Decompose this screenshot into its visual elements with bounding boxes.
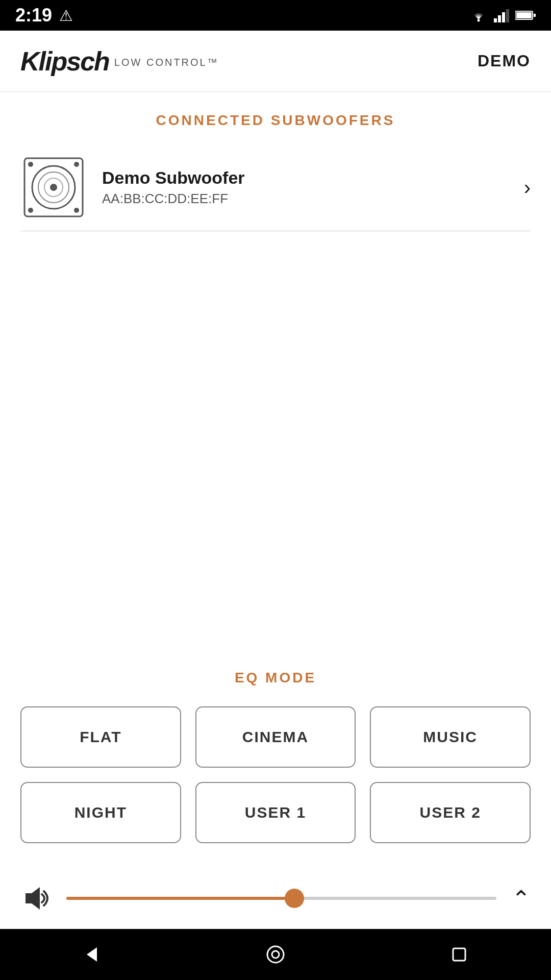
chevron-right-icon: › <box>524 176 531 199</box>
svg-rect-6 <box>534 14 536 17</box>
home-button[interactable] <box>255 934 296 975</box>
status-bar: 2:19 ⚠ <box>0 0 551 31</box>
eq-button-flat[interactable]: FLAT <box>20 706 181 768</box>
signal-icon <box>494 8 509 22</box>
svg-point-12 <box>50 184 57 191</box>
svg-point-19 <box>267 946 284 963</box>
svg-rect-7 <box>516 12 532 18</box>
status-icons <box>469 8 536 22</box>
subwoofer-item[interactable]: Demo Subwoofer AA:BB:CC:DD:EE:FF › <box>20 144 531 231</box>
klipsch-logo: Klipsch <box>20 46 109 77</box>
volume-section: ⌃ <box>0 873 551 929</box>
subwoofer-icon <box>20 154 87 220</box>
eq-button-cinema[interactable]: CINEMA <box>195 706 356 768</box>
svg-marker-17 <box>26 887 40 910</box>
svg-point-20 <box>272 951 279 958</box>
svg-point-13 <box>28 162 33 167</box>
eq-row-2: NIGHT USER 1 USER 2 <box>20 782 531 843</box>
status-time: 2:19 <box>15 5 52 26</box>
home-icon <box>265 944 286 965</box>
bottom-nav <box>0 929 551 980</box>
svg-rect-3 <box>502 12 505 22</box>
subwoofer-info: Demo Subwoofer AA:BB:CC:DD:EE:FF <box>102 168 519 207</box>
recents-button[interactable] <box>439 934 480 975</box>
header: Klipsch LOW CONTROL™ DEMO <box>0 31 551 92</box>
svg-rect-4 <box>506 9 509 22</box>
back-icon <box>82 944 102 965</box>
back-button[interactable] <box>71 934 112 975</box>
battery-icon <box>515 10 536 21</box>
subwoofer-mac: AA:BB:CC:DD:EE:FF <box>102 191 519 207</box>
subwoofer-name: Demo Subwoofer <box>102 168 519 188</box>
wifi-icon <box>469 8 488 22</box>
svg-point-0 <box>478 19 480 22</box>
eq-button-music[interactable]: MUSIC <box>370 706 531 768</box>
chevron-up-icon[interactable]: ⌃ <box>512 886 531 912</box>
subwoofers-title: CONNECTED SUBWOOFERS <box>20 112 531 129</box>
spacer <box>0 231 551 649</box>
eq-button-night[interactable]: NIGHT <box>20 782 181 843</box>
eq-button-user2[interactable]: USER 2 <box>370 782 531 843</box>
eq-row-1: FLAT CINEMA MUSIC <box>20 706 531 768</box>
logo-area: Klipsch LOW CONTROL™ <box>20 46 219 77</box>
svg-rect-21 <box>453 948 465 961</box>
eq-button-user1[interactable]: USER 1 <box>195 782 356 843</box>
svg-rect-2 <box>498 15 501 22</box>
lowcontrol-logo: LOW CONTROL™ <box>114 57 219 68</box>
eq-title: EQ MODE <box>20 670 531 686</box>
svg-marker-18 <box>87 947 97 962</box>
subwoofers-section: CONNECTED SUBWOOFERS Demo Subwoofer AA:B… <box>0 92 551 231</box>
volume-slider-container[interactable] <box>66 893 496 903</box>
volume-icon <box>20 883 51 914</box>
svg-point-16 <box>74 208 79 213</box>
svg-point-14 <box>74 162 79 167</box>
alert-icon: ⚠ <box>59 7 73 24</box>
recents-icon <box>449 944 469 965</box>
svg-rect-1 <box>494 18 497 22</box>
svg-point-15 <box>28 208 33 213</box>
demo-button[interactable]: DEMO <box>478 52 531 70</box>
eq-section: EQ MODE FLAT CINEMA MUSIC NIGHT USER 1 U… <box>0 649 551 873</box>
